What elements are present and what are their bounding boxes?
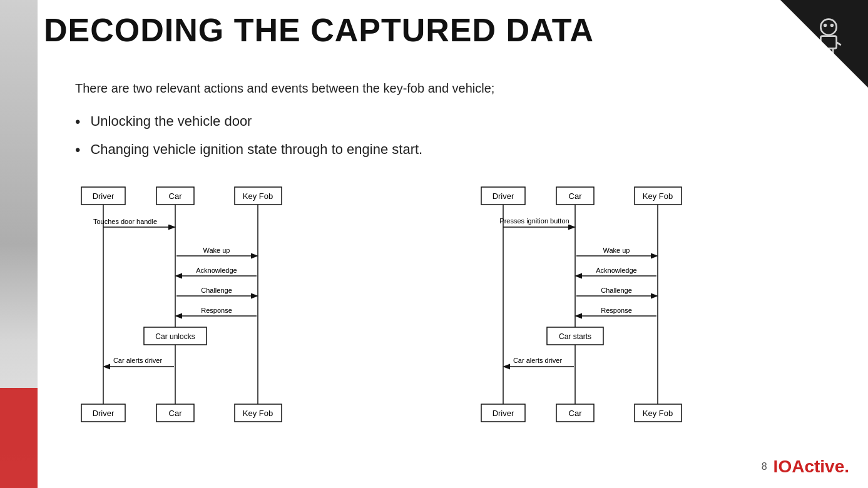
svg-text:Driver: Driver bbox=[492, 409, 514, 418]
svg-text:Acknowledge: Acknowledge bbox=[596, 267, 636, 274]
bullet-item-1: Unlocking the vehicle door bbox=[75, 108, 849, 136]
svg-text:Driver: Driver bbox=[93, 409, 115, 418]
bullet-item-2: Changing vehicle ignition state through … bbox=[75, 136, 849, 165]
svg-text:Challenge: Challenge bbox=[601, 287, 632, 294]
brand-active: Active bbox=[792, 457, 844, 476]
svg-text:Car: Car bbox=[568, 409, 582, 418]
svg-text:Response: Response bbox=[201, 307, 232, 314]
diagrams-container: Driver Car Key Fob Touches door handle W… bbox=[75, 182, 849, 429]
brand-logo: IOActive. bbox=[774, 457, 849, 477]
svg-text:Key Fob: Key Fob bbox=[642, 191, 672, 201]
svg-text:Wake up: Wake up bbox=[603, 247, 630, 254]
svg-text:Driver: Driver bbox=[492, 191, 514, 201]
svg-text:Presses ignition button: Presses ignition button bbox=[499, 217, 569, 225]
page-title: DECODING THE CAPTURED DATA bbox=[44, 11, 594, 49]
svg-text:Car alerts driver: Car alerts driver bbox=[113, 357, 163, 364]
svg-point-0 bbox=[820, 19, 836, 35]
left-decoration-red bbox=[0, 388, 38, 488]
bullet-list: Unlocking the vehicle door Changing vehi… bbox=[75, 108, 849, 165]
brand-dot: . bbox=[844, 457, 849, 476]
corner-decoration bbox=[780, 0, 868, 88]
svg-point-1 bbox=[824, 24, 827, 27]
svg-point-2 bbox=[830, 24, 834, 27]
intro-text: There are two relevant actions and event… bbox=[75, 81, 849, 96]
svg-text:Challenge: Challenge bbox=[201, 287, 232, 294]
diagram-unlock: Driver Car Key Fob Touches door handle W… bbox=[75, 182, 450, 429]
svg-text:Car: Car bbox=[169, 191, 183, 201]
corner-icon bbox=[794, 5, 863, 74]
svg-rect-3 bbox=[820, 36, 836, 49]
svg-text:Acknowledge: Acknowledge bbox=[196, 267, 237, 274]
svg-text:Car: Car bbox=[568, 191, 582, 201]
svg-text:Key Fob: Key Fob bbox=[243, 409, 273, 418]
svg-text:Car: Car bbox=[169, 409, 183, 418]
svg-text:Car starts: Car starts bbox=[558, 332, 591, 341]
svg-text:Driver: Driver bbox=[93, 191, 115, 201]
svg-text:Response: Response bbox=[601, 307, 632, 314]
content-area: There are two relevant actions and event… bbox=[75, 81, 849, 429]
svg-text:Key Fob: Key Fob bbox=[243, 191, 273, 201]
brand-io: IO bbox=[774, 457, 792, 476]
page-number: 8 bbox=[762, 461, 767, 472]
svg-text:Touches door handle: Touches door handle bbox=[93, 218, 157, 225]
svg-text:Car unlocks: Car unlocks bbox=[155, 332, 195, 341]
svg-text:Car alerts driver: Car alerts driver bbox=[513, 357, 562, 364]
bottom-bar: 8 IOActive. bbox=[762, 457, 849, 477]
svg-text:Key Fob: Key Fob bbox=[642, 409, 672, 418]
svg-text:Wake up: Wake up bbox=[203, 247, 230, 254]
diagram-start: Driver Car Key Fob Presses ignition butt… bbox=[475, 182, 850, 429]
